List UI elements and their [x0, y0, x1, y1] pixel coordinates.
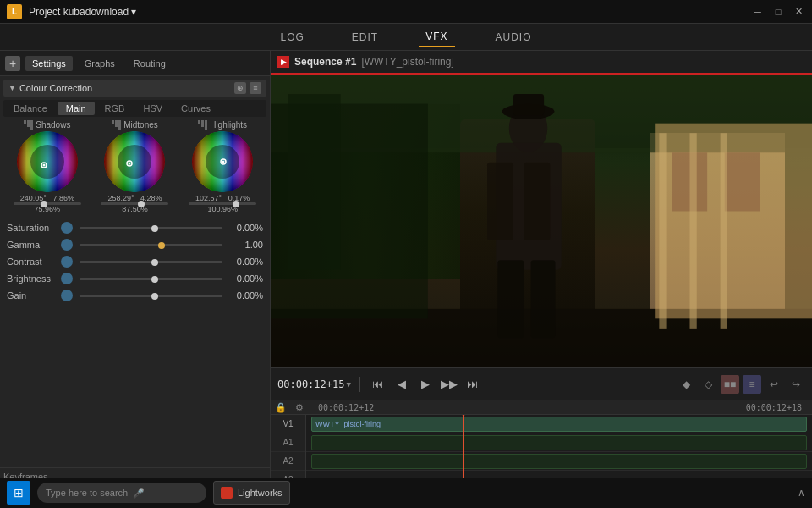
left-panel-header: + Settings Graphs Routing: [0, 51, 270, 76]
brightness-label: Brightness: [7, 273, 58, 284]
colour-correction-header[interactable]: ▼ Colour Correction ⊕ ≡: [3, 80, 266, 97]
mark-in-icon[interactable]: ◆: [677, 375, 695, 394]
svg-rect-19: [659, 133, 666, 329]
contrast-icon[interactable]: [61, 256, 73, 268]
app-icon: L: [7, 4, 22, 19]
go-to-end-button[interactable]: ⏭: [464, 375, 482, 394]
track-row-a1[interactable]: [306, 433, 812, 452]
project-name[interactable]: Project kubadownload ▾: [29, 6, 136, 18]
close-button[interactable]: ✕: [792, 5, 805, 19]
timecode-dropdown[interactable]: ▼: [346, 380, 350, 389]
minimize-button[interactable]: ─: [751, 5, 765, 19]
gamma-track[interactable]: [80, 244, 222, 246]
midtones-color-wheel[interactable]: [104, 131, 165, 192]
midtones-slider[interactable]: [101, 202, 168, 205]
top-navigation: LOG EDIT VFX AUDIO: [0, 24, 812, 51]
sequence-name: [WWTY_pistol-firing]: [361, 56, 453, 68]
highlights-slider-thumb: [233, 201, 239, 207]
saturation-track[interactable]: [80, 227, 222, 229]
midtones-slider-row: [101, 202, 168, 205]
colour-correction-title: Colour Correction: [19, 83, 231, 93]
nav-edit[interactable]: EDIT: [345, 28, 385, 47]
subtab-rgb[interactable]: RGB: [96, 102, 134, 115]
mark-out-icon[interactable]: ◇: [699, 375, 717, 394]
taskbar-chevron-icon[interactable]: ∧: [798, 487, 805, 499]
highlights-slider-row: [189, 202, 256, 205]
brightness-row: Brightness 0.00%: [7, 271, 263, 286]
nav-audio[interactable]: AUDIO: [489, 28, 539, 47]
nav-log[interactable]: LOG: [273, 28, 310, 47]
highlights-slider[interactable]: [189, 202, 256, 205]
contrast-track[interactable]: [80, 261, 222, 263]
highlights-color-wheel[interactable]: [192, 131, 253, 192]
svg-rect-24: [487, 163, 513, 240]
svg-rect-15: [288, 94, 341, 270]
windows-start-button[interactable]: ⊞: [7, 481, 30, 505]
svg-rect-27: [531, 260, 556, 338]
link-icon[interactable]: ⊕: [234, 82, 246, 94]
subtab-hsv[interactable]: HSV: [134, 102, 171, 115]
v1-clip[interactable]: WWTY_pistol-firing: [311, 417, 807, 432]
highlights-values: 102.57° 0.17%: [195, 194, 250, 202]
sub-tabs: Balance Main RGB HSV Curves: [3, 100, 266, 117]
video-preview[interactable]: [271, 75, 812, 367]
svg-point-5: [118, 145, 151, 179]
gain-icon[interactable]: [61, 290, 73, 301]
full-screen-icon[interactable]: ■■: [721, 375, 739, 394]
subtab-balance[interactable]: Balance: [5, 102, 56, 115]
bar-icon: [24, 120, 33, 130]
search-placeholder: Type here to search: [46, 488, 128, 498]
timeline-settings-icon[interactable]: ⚙: [293, 400, 306, 414]
parameter-sliders: Saturation 0.00% Gamma 1.00: [3, 218, 266, 306]
brightness-thumb: [151, 276, 158, 283]
tab-settings[interactable]: Settings: [25, 56, 73, 71]
sequence-title: Sequence #1: [294, 56, 356, 68]
saturation-label: Saturation: [7, 223, 58, 233]
tab-graphs[interactable]: Graphs: [78, 56, 122, 71]
add-button[interactable]: +: [5, 56, 20, 71]
track-row-a2[interactable]: [306, 452, 812, 471]
right-panel: ▶ Sequence #1 [WWTY_pistol-firing]: [271, 51, 812, 508]
subtab-curves[interactable]: Curves: [173, 102, 219, 115]
overlay-icon[interactable]: ≡: [743, 375, 761, 394]
a2-clip: [311, 454, 807, 469]
transport-bar: 00:00:12+15 ▼ ⏮ ◀ ▶ ▶▶ ⏭ ◆ ◇ ■■ ≡ ↩ ↪: [271, 367, 812, 400]
shadows-slider[interactable]: [14, 202, 81, 205]
track-label-a2: A2: [271, 452, 305, 471]
svg-point-3: [42, 164, 45, 167]
main-layout: + Settings Graphs Routing ▼ Colour Corre…: [0, 51, 812, 508]
a1-clip: [311, 435, 807, 450]
undo-icon[interactable]: ↩: [765, 375, 783, 394]
gamma-row: Gamma 1.00: [7, 237, 263, 252]
track-row-v1[interactable]: WWTY_pistol-firing: [306, 415, 812, 433]
taskbar: ⊞ Type here to search 🎤 Lightworks ∧: [0, 478, 812, 508]
svg-rect-20: [689, 133, 696, 329]
maximize-button[interactable]: □: [771, 5, 785, 19]
nav-vfx[interactable]: VFX: [419, 27, 454, 47]
midtones-label: Midtones: [112, 120, 158, 130]
contrast-row: Contrast 0.00%: [7, 254, 263, 269]
gain-track[interactable]: [80, 295, 222, 297]
shadows-slider-row: [14, 202, 81, 205]
redo-icon[interactable]: ↪: [787, 375, 805, 394]
saturation-icon[interactable]: [61, 222, 73, 234]
shadows-color-wheel[interactable]: [17, 131, 78, 192]
brightness-icon[interactable]: [61, 273, 73, 284]
play-forward-button[interactable]: ▶: [416, 375, 435, 394]
settings-icon[interactable]: ≡: [250, 82, 261, 94]
taskbar-lightworks-app[interactable]: Lightworks: [213, 481, 290, 505]
window-controls: ─ □ ✕: [751, 5, 805, 19]
taskbar-search[interactable]: Type here to search 🎤: [37, 483, 206, 503]
go-to-start-button[interactable]: ⏮: [369, 375, 387, 394]
tab-routing[interactable]: Routing: [127, 56, 173, 71]
gamma-icon[interactable]: [61, 239, 73, 251]
midtones-pct: 87.50%: [122, 205, 148, 213]
video-frame: [271, 75, 812, 367]
play-back-button[interactable]: ◀: [392, 375, 411, 394]
timeline-lock-icon[interactable]: 🔒: [274, 400, 288, 414]
subtab-main[interactable]: Main: [58, 102, 95, 115]
brightness-track[interactable]: [80, 278, 222, 280]
fast-forward-button[interactable]: ▶▶: [440, 375, 458, 394]
shadows-pct: 75.96%: [35, 205, 61, 213]
svg-point-7: [129, 163, 131, 165]
